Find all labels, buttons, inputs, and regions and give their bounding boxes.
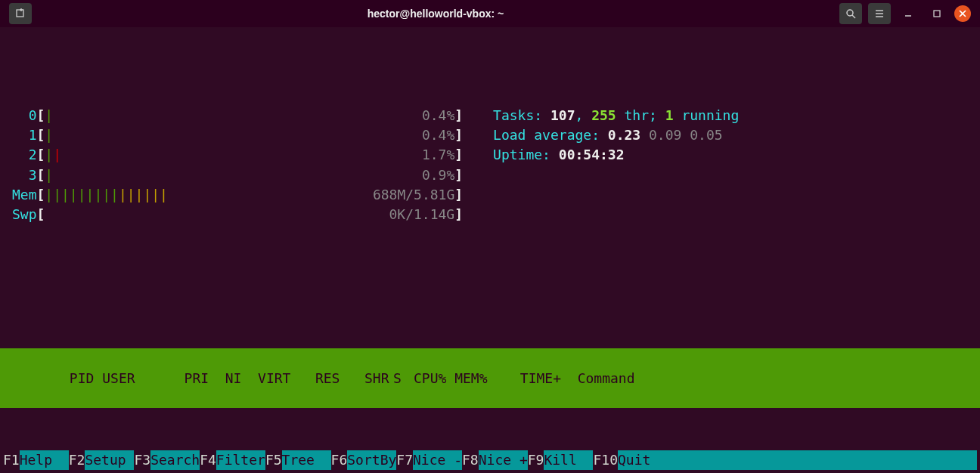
process-table-header: PIDUSERPRINIVIRTRESSHRSCPU%MEM%TIME+Comm… — [0, 348, 980, 407]
fkey-f3[interactable]: F3Search — [134, 450, 200, 470]
fkey-f1[interactable]: F1Help — [3, 450, 69, 470]
fkey-f10[interactable]: F10Quit — [593, 450, 667, 470]
fkey-f9[interactable]: F9Kill — [528, 450, 594, 470]
svg-line-4 — [852, 15, 855, 18]
tasks-meter: Tasks: 107, 255 thr; 1 running — [493, 106, 739, 125]
fkey-f4[interactable]: F4Filter — [200, 450, 265, 470]
fkey-fill — [667, 450, 977, 470]
load-average-meter: Load average: 0.23 0.09 0.05 — [493, 125, 739, 145]
function-key-bar: F1Help F2Setup F3SearchF4FilterF5Tree F6… — [0, 450, 980, 473]
window-title: hector@helloworld-vbox: ~ — [38, 8, 833, 20]
svg-rect-9 — [934, 11, 940, 17]
maximize-button[interactable] — [926, 3, 948, 24]
minimize-button[interactable] — [897, 3, 920, 24]
fkey-f8[interactable]: F8Nice + — [462, 450, 528, 470]
cpu-meter-1: 1[| 0.4%] — [12, 125, 463, 145]
uptime-meter: Uptime: 00:54:32 — [493, 145, 739, 165]
svg-rect-0 — [17, 10, 23, 17]
cpu-meter-2: 2[|| 1.7%] — [12, 145, 463, 165]
close-button[interactable] — [954, 5, 971, 22]
swap-meter: Swp[ 0K/1.14G] — [12, 205, 463, 224]
htop-meters: 0[| 0.4%] 1[| 0.4%] 2[|| 1.7%] 3[| — [0, 106, 980, 224]
fkey-f7[interactable]: F7Nice - — [396, 450, 462, 470]
fkey-f5[interactable]: F5Tree — [265, 450, 331, 470]
memory-meter: Mem[||||||||||||||| 688M/5.81G] — [12, 185, 463, 205]
cpu-meter-0: 0[| 0.4%] — [12, 106, 463, 125]
terminal-output[interactable]: 0[| 0.4%] 1[| 0.4%] 2[|| 1.7%] 3[| — [0, 27, 980, 473]
window-titlebar: hector@helloworld-vbox: ~ — [0, 0, 980, 27]
fkey-f2[interactable]: F2Setup — [69, 450, 135, 470]
hamburger-menu-button[interactable] — [868, 3, 891, 24]
fkey-f6[interactable]: F6SortBy — [331, 450, 397, 470]
svg-point-3 — [847, 10, 853, 16]
search-button[interactable] — [839, 3, 862, 24]
cpu-meter-3: 3[| 0.9%] — [12, 165, 463, 185]
new-tab-button[interactable] — [9, 3, 32, 24]
